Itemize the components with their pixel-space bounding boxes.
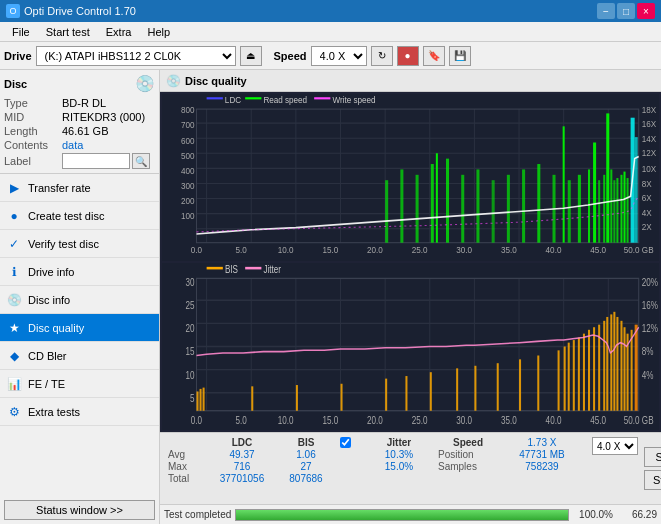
start-buttons: Start full Start part [640, 433, 661, 504]
svg-rect-29 [507, 175, 510, 243]
nav-transfer-rate-label: Transfer rate [28, 182, 91, 194]
jitter-header: Jitter [364, 437, 434, 448]
svg-rect-124 [606, 317, 608, 411]
svg-rect-31 [537, 164, 540, 243]
svg-text:15: 15 [185, 347, 194, 358]
nav-extra-tests[interactable]: ⚙ Extra tests [0, 398, 159, 426]
drive-btn4[interactable]: 💾 [449, 46, 471, 66]
menu-bar: File Start test Extra Help [0, 22, 661, 42]
close-button[interactable]: × [637, 3, 655, 19]
chart1-svg: 800 700 600 500 400 300 200 100 18X 16X … [162, 94, 659, 261]
nav-transfer-rate[interactable]: ▶ Transfer rate [0, 174, 159, 202]
contents-label: Contents [4, 139, 62, 151]
svg-rect-101 [200, 389, 202, 411]
svg-rect-104 [296, 385, 298, 411]
disc-label-row: Label 🔍 [4, 153, 155, 169]
type-label: Type [4, 97, 62, 109]
disc-quality-icon: ★ [6, 321, 22, 335]
svg-rect-120 [588, 330, 590, 411]
svg-rect-107 [405, 376, 407, 411]
progress-bar-container [235, 509, 569, 521]
nav-fe-te[interactable]: 📊 FE / TE [0, 370, 159, 398]
svg-text:18X: 18X [642, 105, 657, 115]
nav-cd-bler[interactable]: ◆ CD Bler [0, 342, 159, 370]
status-window-button[interactable]: Status window >> [4, 500, 155, 520]
minimize-button[interactable]: − [597, 3, 615, 19]
speed-select[interactable]: 4.0 X 8.0 X 1.0 X [311, 46, 367, 66]
svg-text:30.0: 30.0 [456, 245, 472, 255]
bis-total: 807686 [276, 473, 336, 484]
svg-rect-118 [578, 338, 580, 411]
right-panel: 💿 Disc quality [160, 70, 661, 524]
svg-rect-123 [603, 321, 605, 411]
disc-quality-header-icon: 💿 [166, 74, 181, 88]
svg-rect-0 [162, 94, 659, 261]
svg-rect-37 [593, 142, 596, 242]
position-label: Position [438, 449, 498, 460]
svg-rect-46 [627, 178, 629, 243]
svg-text:35.0: 35.0 [501, 245, 517, 255]
nav-disc-info[interactable]: 💿 Disc info [0, 286, 159, 314]
speed-select-area: 4.0 X [590, 433, 640, 504]
svg-text:Read speed: Read speed [263, 94, 307, 104]
svg-text:2X: 2X [642, 222, 652, 232]
menu-start-test[interactable]: Start test [38, 24, 98, 40]
disc-icon: 💿 [135, 74, 155, 93]
svg-text:20.0: 20.0 [367, 415, 383, 426]
svg-text:BIS: BIS [225, 264, 238, 275]
menu-extra[interactable]: Extra [98, 24, 140, 40]
svg-rect-39 [603, 175, 605, 243]
chart2-wrapper: 30 25 20 15 10 5 20% 16% 12% 8% 4% 0.0 5… [162, 263, 659, 430]
nav-drive-info[interactable]: ℹ Drive info [0, 258, 159, 286]
svg-text:10X: 10X [642, 163, 657, 173]
max-label: Max [168, 461, 208, 472]
stats-speed-select[interactable]: 4.0 X [592, 437, 638, 455]
length-value: 46.61 GB [62, 125, 108, 137]
maximize-button[interactable]: □ [617, 3, 635, 19]
start-part-button[interactable]: Start part [644, 470, 661, 490]
svg-text:10: 10 [185, 370, 194, 381]
svg-text:Jitter: Jitter [263, 264, 281, 275]
stats-bar: LDC BIS Jitter Speed 1.73 X Avg 49.37 1.… [160, 432, 661, 504]
avg-label: Avg [168, 449, 208, 460]
svg-rect-33 [563, 126, 565, 242]
drive-select[interactable]: (K:) ATAPI iHBS112 2 CL0K [36, 46, 236, 66]
fe-te-icon: 📊 [6, 377, 22, 391]
nav-verify-test-disc[interactable]: ✓ Verify test disc [0, 230, 159, 258]
svg-text:35.0: 35.0 [501, 415, 517, 426]
drive-label: Drive [4, 50, 32, 62]
drive-btn2[interactable]: ● [397, 46, 419, 66]
disc-label-input[interactable] [62, 153, 130, 169]
bis-avg: 1.06 [276, 449, 336, 460]
svg-rect-111 [497, 363, 499, 411]
nav-verify-test-disc-label: Verify test disc [28, 238, 99, 250]
svg-rect-42 [613, 180, 615, 242]
drive-btn3[interactable]: 🔖 [423, 46, 445, 66]
chart1-wrapper: 800 700 600 500 400 300 200 100 18X 16X … [162, 94, 659, 261]
svg-rect-119 [583, 334, 585, 411]
svg-text:0.0: 0.0 [191, 415, 202, 426]
svg-rect-22 [416, 175, 419, 243]
nav-create-test-disc[interactable]: ● Create test disc [0, 202, 159, 230]
svg-rect-81 [314, 97, 330, 99]
progress-area: Test completed 100.0% 66.29 [160, 504, 661, 524]
svg-text:12%: 12% [642, 323, 658, 334]
svg-text:Write speed: Write speed [332, 94, 375, 104]
svg-rect-26 [461, 175, 464, 243]
nav-disc-quality[interactable]: ★ Disc quality [0, 314, 159, 342]
drive-info-icon: ℹ [6, 265, 22, 279]
disc-label-button[interactable]: 🔍 [132, 153, 150, 169]
jitter-checkbox[interactable] [340, 437, 351, 448]
svg-text:30: 30 [185, 277, 194, 288]
type-value: BD-R DL [62, 97, 106, 109]
speed-stat-value: 1.73 X [502, 437, 582, 448]
svg-text:4%: 4% [642, 370, 654, 381]
svg-rect-125 [610, 314, 612, 410]
menu-help[interactable]: Help [139, 24, 178, 40]
speed-apply-button[interactable]: ↻ [371, 46, 393, 66]
svg-text:4X: 4X [642, 208, 652, 218]
eject-button[interactable]: ⏏ [240, 46, 262, 66]
start-full-button[interactable]: Start full [644, 447, 661, 467]
menu-file[interactable]: File [4, 24, 38, 40]
svg-text:600: 600 [181, 135, 195, 145]
